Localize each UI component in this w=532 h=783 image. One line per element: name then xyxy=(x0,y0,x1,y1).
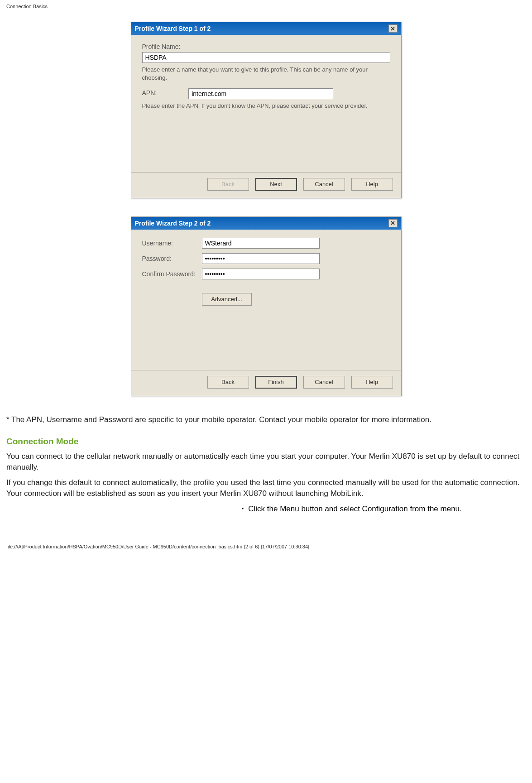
username-input[interactable] xyxy=(202,238,320,249)
cancel-button[interactable]: Cancel xyxy=(303,178,345,191)
apn-input[interactable] xyxy=(188,88,333,99)
back-button[interactable]: Back xyxy=(207,376,249,389)
password-input[interactable] xyxy=(202,253,320,264)
profile-name-hint: Please enter a name that you want to giv… xyxy=(142,66,390,82)
password-label: Password: xyxy=(142,255,202,262)
profile-name-input[interactable] xyxy=(142,52,390,63)
paragraph: You can connect to the cellular network … xyxy=(6,451,526,473)
profile-wizard-step1: Profile Wizard Step 1 of 2 ✕ Profile Nam… xyxy=(131,22,402,198)
close-icon[interactable]: ✕ xyxy=(388,219,398,227)
finish-button[interactable]: Finish xyxy=(255,376,297,389)
dialog-title: Profile Wizard Step 1 of 2 xyxy=(135,25,211,32)
page-header: Connection Basics xyxy=(0,0,532,13)
apn-note: * The APN, Username and Password are spe… xyxy=(6,414,526,425)
back-button: Back xyxy=(207,178,249,191)
instruction-list: ● Click the Menu button and select Confi… xyxy=(6,504,526,514)
list-item-text: Click the Menu button and select Configu… xyxy=(248,504,462,514)
advanced-button[interactable]: Advanced... xyxy=(202,293,252,306)
next-button[interactable]: Next xyxy=(255,178,297,191)
help-button[interactable]: Help xyxy=(351,178,393,191)
dialog-title: Profile Wizard Step 2 of 2 xyxy=(135,220,211,227)
titlebar: Profile Wizard Step 2 of 2 ✕ xyxy=(131,217,401,230)
confirm-password-input[interactable] xyxy=(202,269,320,279)
username-label: Username: xyxy=(142,240,202,247)
titlebar: Profile Wizard Step 1 of 2 ✕ xyxy=(131,22,401,35)
section-title: Connection Mode xyxy=(6,437,526,447)
list-item: ● Click the Menu button and select Confi… xyxy=(242,504,526,514)
apn-label: APN: xyxy=(142,89,157,96)
apn-hint: Please enter the APN. If you don't know … xyxy=(142,102,390,110)
paragraph: If you change this default to connect au… xyxy=(6,477,526,499)
profile-wizard-step2: Profile Wizard Step 2 of 2 ✕ Username: P… xyxy=(131,216,402,396)
help-button[interactable]: Help xyxy=(351,376,393,389)
profile-name-label: Profile Name: xyxy=(142,43,390,50)
close-icon[interactable]: ✕ xyxy=(388,24,398,33)
bullet-icon: ● xyxy=(242,504,244,514)
confirm-password-label: Confirm Password: xyxy=(142,270,202,278)
cancel-button[interactable]: Cancel xyxy=(303,376,345,389)
page-footer: file:///A|/Product Information/HSPA/Ovat… xyxy=(0,517,532,556)
